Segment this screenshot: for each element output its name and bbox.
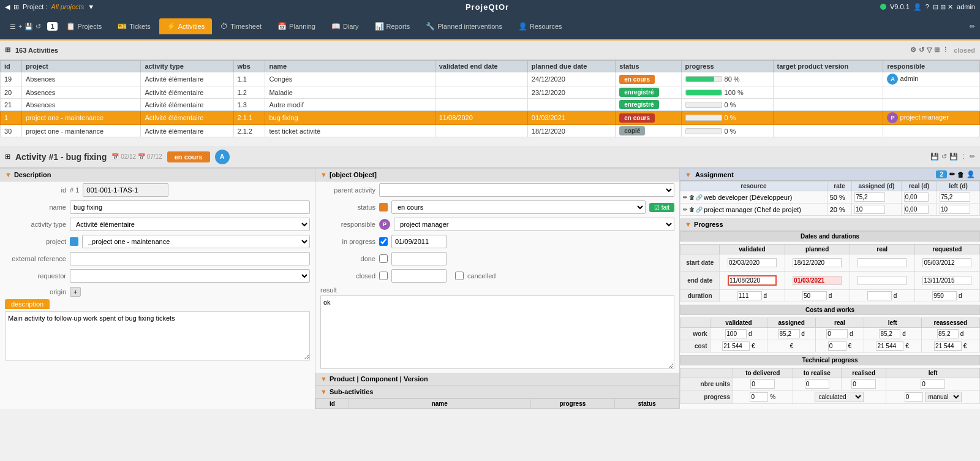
end-validated-input[interactable]: [728, 275, 777, 286]
assign-icon3[interactable]: 👤: [967, 170, 975, 178]
status-select[interactable]: en cours: [391, 200, 646, 214]
columns-icon[interactable]: ⊞: [934, 46, 940, 54]
work-val-input[interactable]: [725, 329, 747, 338]
project-select[interactable]: _project one - maintenance: [82, 235, 310, 248]
nbre-realise-input[interactable]: [805, 379, 829, 389]
edit-icon[interactable]: ✏: [970, 23, 975, 31]
parent-activity-select[interactable]: [379, 183, 674, 197]
end-real-input[interactable]: [858, 276, 907, 285]
name-input[interactable]: [70, 200, 310, 214]
assign-icon1[interactable]: ✏: [949, 170, 955, 178]
end-requested-input[interactable]: [922, 276, 971, 285]
nbre-delivered-input[interactable]: [750, 379, 775, 389]
help-icon[interactable]: ?: [925, 3, 929, 10]
work-left-input[interactable]: [879, 329, 900, 338]
nav-diary[interactable]: 📖 Diary: [324, 18, 366, 34]
work-reassessed-input[interactable]: [937, 329, 959, 338]
work-assigned-input[interactable]: [778, 329, 800, 338]
nav-tickets[interactable]: 🎫 Tickets: [110, 18, 157, 34]
edit-icon2[interactable]: ✏: [970, 153, 975, 161]
progress-collapse[interactable]: ▼: [685, 221, 692, 228]
filter-icon[interactable]: ⚙: [910, 46, 916, 54]
done-checkbox[interactable]: [379, 254, 388, 263]
progress-manual-input[interactable]: [905, 392, 923, 402]
progress-val-input[interactable]: [750, 392, 768, 402]
closed-checkbox[interactable]: [379, 272, 388, 280]
assign-assigned-input[interactable]: [854, 192, 885, 202]
nav-resources[interactable]: 👤 Resources: [511, 18, 570, 34]
del-assign-icon[interactable]: 🗑: [689, 207, 695, 213]
assign-icon2[interactable]: 🗑: [957, 171, 964, 178]
table-row[interactable]: 20 Absences Activité élémentaire 1.2 Mal…: [1, 86, 980, 99]
window-controls[interactable]: ⊟ ⊞ ✕: [933, 3, 953, 11]
fait-button[interactable]: ☑ fait: [649, 203, 674, 212]
cost-reassessed-input[interactable]: [934, 341, 962, 351]
end-planned-input[interactable]: [793, 276, 842, 285]
start-planned-input[interactable]: [793, 258, 842, 267]
save-disk-icon[interactable]: 💾: [949, 153, 958, 161]
assign-real-input[interactable]: [904, 192, 929, 202]
nav-activities[interactable]: ⚡ Activities: [159, 18, 212, 34]
assign-left-input[interactable]: [940, 192, 970, 202]
save-icon2[interactable]: 💾: [930, 153, 939, 161]
link-assign-icon[interactable]: 🔗: [696, 194, 703, 200]
collapse-arrow[interactable]: ▼: [5, 171, 12, 178]
ext-ref-input[interactable]: [70, 252, 310, 265]
in-progress-date[interactable]: [391, 235, 447, 248]
dur-real-input[interactable]: [867, 291, 892, 300]
nbre-realised-input[interactable]: [851, 379, 876, 389]
cost-left-input[interactable]: [876, 341, 903, 351]
activity-type-select[interactable]: Activité élémentaire: [70, 218, 310, 231]
dur-requested-input[interactable]: [932, 291, 957, 300]
cancelled-checkbox[interactable]: [455, 272, 464, 280]
progress-manual-type[interactable]: manual: [925, 392, 962, 402]
nav-reports[interactable]: 📊 Reports: [368, 18, 418, 34]
in-progress-checkbox[interactable]: [379, 237, 388, 246]
assign-real-input[interactable]: [904, 205, 929, 214]
cost-real-input[interactable]: [828, 341, 846, 351]
nav-planning[interactable]: 📅 Planning: [270, 18, 323, 34]
product-collapse[interactable]: ▼: [320, 375, 327, 383]
assign-left-input[interactable]: [940, 205, 970, 214]
funnel-icon[interactable]: ▽: [927, 46, 932, 54]
save-icon[interactable]: 💾: [24, 23, 33, 31]
window-icon[interactable]: ⊞: [13, 3, 19, 11]
project-dropdown[interactable]: ▼: [88, 3, 94, 10]
id-ref-input[interactable]: [83, 183, 168, 197]
table-row[interactable]: 21 Absences Activité élémentaire 1.3 Aut…: [1, 99, 980, 111]
treatment-collapse[interactable]: ▼: [320, 171, 327, 178]
dur-planned-input[interactable]: [802, 291, 827, 300]
history-icon[interactable]: ↺: [36, 23, 41, 31]
description-textarea[interactable]: Main activity to follow-up work spent of…: [5, 311, 310, 360]
table-row[interactable]: 1 project one - maintenance Activité élé…: [1, 111, 980, 125]
table-row[interactable]: 30 project one - maintenance Activité él…: [1, 125, 980, 137]
edit-assign-icon[interactable]: ✏: [683, 194, 688, 200]
back-icon[interactable]: ◀: [5, 3, 10, 11]
menu-icon[interactable]: ☰: [10, 23, 16, 31]
sub-activities-collapse[interactable]: ▼: [320, 388, 327, 395]
start-requested-input[interactable]: [922, 258, 971, 267]
start-real-input[interactable]: [858, 258, 907, 267]
more-icon[interactable]: ⋮: [942, 46, 949, 54]
description-tab[interactable]: description: [5, 299, 50, 309]
add-origin-icon[interactable]: +: [70, 287, 81, 297]
refresh-icon[interactable]: ↺: [919, 46, 924, 54]
assign-assigned-input[interactable]: [854, 205, 885, 214]
link-assign-icon[interactable]: 🔗: [696, 207, 703, 213]
nav-projects[interactable]: 📋 Projects: [59, 18, 110, 34]
closed-date[interactable]: [391, 269, 447, 283]
progress-type-select[interactable]: calculated: [815, 392, 864, 402]
responsible-select[interactable]: project manager: [394, 218, 674, 231]
nav-timesheet[interactable]: ⏱ Timesheet: [213, 18, 269, 34]
nav-planned[interactable]: 🔧 Planned interventions: [418, 18, 510, 34]
start-validated-input[interactable]: [728, 258, 777, 267]
activity-status-button[interactable]: en cours: [167, 151, 210, 162]
more-icon2[interactable]: ⋮: [960, 153, 967, 161]
dur-validated-input[interactable]: [737, 291, 762, 300]
work-real-input[interactable]: [826, 329, 848, 338]
requestor-select[interactable]: [70, 269, 310, 283]
refresh-icon2[interactable]: ↺: [941, 153, 947, 161]
del-assign-icon[interactable]: 🗑: [689, 194, 695, 200]
nbre-left-input[interactable]: [921, 379, 945, 389]
result-textarea[interactable]: ok: [320, 295, 674, 369]
